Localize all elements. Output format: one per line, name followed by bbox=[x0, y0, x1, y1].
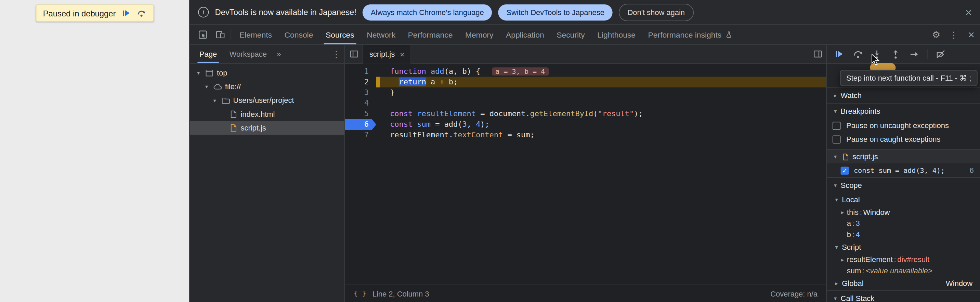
execution-line: return a + b; bbox=[376, 77, 826, 87]
code-line-content: } bbox=[376, 87, 826, 98]
variable-name: b bbox=[847, 230, 851, 239]
call-stack-section-header[interactable]: ▾ Call Stack bbox=[827, 290, 980, 302]
variable-value: 3 bbox=[856, 219, 860, 228]
breakpoint-checkbox[interactable] bbox=[841, 166, 849, 175]
chevron-right-icon: ▸ bbox=[839, 209, 846, 215]
breakpoints-section-header[interactable]: ▾ Breakpoints bbox=[827, 103, 980, 119]
tab-performance-insights[interactable]: Performance insights bbox=[642, 25, 739, 44]
code-token bbox=[412, 109, 417, 118]
code-token: ( bbox=[593, 109, 598, 118]
tab-lighthouse[interactable]: Lighthouse bbox=[591, 25, 642, 44]
tab-memory[interactable]: Memory bbox=[459, 25, 500, 44]
settings-gear-icon[interactable]: ⚙ bbox=[928, 25, 945, 44]
tree-item-file-[interactable]: ▾file:// bbox=[190, 80, 344, 93]
tab-elements[interactable]: Elements bbox=[233, 25, 278, 44]
tab-security[interactable]: Security bbox=[550, 25, 591, 44]
tab-application[interactable]: Application bbox=[500, 25, 550, 44]
pause-caught-row[interactable]: Pause on caught exceptions bbox=[827, 132, 980, 146]
tab-label: Network bbox=[367, 30, 395, 39]
step-button[interactable] bbox=[906, 46, 923, 62]
tree-item-script-js[interactable]: script.js bbox=[190, 121, 344, 134]
banner-step-over-icon[interactable] bbox=[137, 9, 146, 18]
tab-label: Application bbox=[506, 30, 544, 39]
code-token: a bbox=[449, 67, 453, 76]
variable-value: Window bbox=[863, 208, 890, 217]
code-token: } bbox=[390, 88, 395, 97]
scope-group-script[interactable]: ▾Script bbox=[827, 240, 980, 254]
code-token: ) { bbox=[467, 67, 480, 76]
scope-label: Scope bbox=[841, 181, 862, 190]
scope-variable[interactable]: ▸resultElement: div#result bbox=[827, 254, 980, 266]
tree-item-top[interactable]: ▾top bbox=[190, 66, 344, 80]
deactivate-breakpoints-button[interactable] bbox=[932, 46, 948, 62]
navigator-tab-workspace[interactable]: Workspace bbox=[224, 45, 272, 63]
code-line: 2 return a + b; bbox=[345, 77, 826, 87]
code-token: = bbox=[503, 131, 517, 139]
dont-show-again-button[interactable]: Don't show again bbox=[619, 3, 694, 21]
editor-tab-label: script.js bbox=[369, 50, 395, 59]
editor-tabstrip-spacer bbox=[412, 45, 809, 63]
step-into-tooltip: Step into next function call - F11 - ⌘ ; bbox=[840, 70, 978, 87]
pause-uncaught-checkbox[interactable] bbox=[832, 121, 841, 130]
sources-panel: Page Workspace » ⋮ ▾top▾file://▾Users/us… bbox=[190, 45, 980, 302]
tab-label: Security bbox=[557, 30, 585, 39]
navigator-menu-icon[interactable]: ⋮ bbox=[332, 49, 341, 59]
scope-variable[interactable]: ▸this: Window bbox=[827, 207, 980, 218]
code-line: 6const sum = add(3, 4); bbox=[345, 119, 826, 130]
pause-caught-checkbox[interactable] bbox=[832, 135, 841, 144]
scope-variable[interactable]: sum: <value unavailable> bbox=[827, 266, 980, 277]
scope-section-header[interactable]: ▾ Scope bbox=[827, 177, 980, 193]
breakpoint-marker[interactable]: 6 bbox=[345, 119, 376, 130]
editor-tab-scriptjs[interactable]: script.js × bbox=[363, 45, 412, 64]
scope-variable[interactable]: a: 3 bbox=[827, 218, 980, 229]
pause-uncaught-row[interactable]: Pause on uncaught exceptions bbox=[827, 119, 980, 132]
step-out-button[interactable] bbox=[887, 46, 904, 62]
resume-icon bbox=[834, 49, 843, 59]
pretty-print-icon[interactable]: { } bbox=[354, 290, 366, 298]
scope-variable[interactable]: b: 4 bbox=[827, 229, 980, 240]
chevron-down-icon: ▾ bbox=[195, 70, 202, 76]
tab-console[interactable]: Console bbox=[278, 25, 319, 44]
script-file-icon bbox=[842, 153, 850, 161]
inspect-icon[interactable] bbox=[194, 25, 211, 44]
line-number: 3 bbox=[345, 87, 376, 98]
tree-item-Users-user-project[interactable]: ▾Users/user/project bbox=[190, 93, 344, 107]
scope-group-local[interactable]: ▾Local bbox=[827, 193, 980, 207]
pause-uncaught-label: Pause on uncaught exceptions bbox=[846, 121, 949, 130]
step-over-button[interactable] bbox=[850, 46, 866, 62]
breakpoint-entry[interactable]: const sum = add(3, 4); 6 bbox=[827, 164, 980, 177]
scope-group-global[interactable]: ▸GlobalWindow bbox=[827, 277, 980, 290]
toggle-navigator-icon[interactable] bbox=[345, 45, 363, 63]
toggle-debugger-sidebar-icon[interactable] bbox=[809, 45, 826, 63]
watch-section-header[interactable]: ▸ Watch bbox=[827, 87, 980, 103]
breakpoint-file-group[interactable]: ▾ script.js bbox=[827, 149, 980, 164]
navigator-tab-page[interactable]: Page bbox=[194, 45, 222, 63]
code-token: ( bbox=[458, 120, 462, 129]
more-options-icon[interactable]: ⋮ bbox=[945, 25, 963, 44]
tab-sources[interactable]: Sources bbox=[320, 25, 361, 44]
banner-resume-icon[interactable] bbox=[121, 9, 130, 18]
code-token: = bbox=[431, 120, 444, 129]
more-navigator-tabs-icon[interactable]: » bbox=[274, 49, 284, 59]
tab-performance[interactable]: Performance bbox=[402, 25, 459, 44]
close-tab-icon[interactable]: × bbox=[400, 50, 405, 59]
tree-item-index-html[interactable]: index.html bbox=[190, 107, 344, 121]
breakpoint-code: const sum = add(3, 4); bbox=[854, 166, 945, 175]
chevron-down-icon: ▾ bbox=[832, 153, 839, 160]
line-number: 2 bbox=[345, 77, 376, 87]
device-toolbar-icon[interactable] bbox=[212, 25, 229, 44]
tab-network[interactable]: Network bbox=[361, 25, 402, 44]
tree-item-label: script.js bbox=[240, 124, 266, 133]
close-devtools-icon[interactable]: × bbox=[963, 25, 980, 44]
code-token bbox=[390, 77, 399, 87]
variable-name: this bbox=[847, 208, 859, 217]
always-match-language-button[interactable]: Always match Chrome's language bbox=[363, 4, 492, 21]
code-token: ); bbox=[480, 120, 489, 129]
code-token: add bbox=[444, 120, 458, 129]
code-editor[interactable]: 1function add(a, b) {a = 3, b = 42 retur… bbox=[345, 63, 826, 285]
resume-script-button[interactable] bbox=[830, 46, 847, 62]
code-line-content: resultElement.textContent = sum; bbox=[376, 130, 826, 141]
code-token: const bbox=[390, 109, 412, 118]
switch-devtools-japanese-button[interactable]: Switch DevTools to Japanese bbox=[498, 4, 612, 21]
notification-close-icon[interactable]: × bbox=[965, 6, 972, 18]
